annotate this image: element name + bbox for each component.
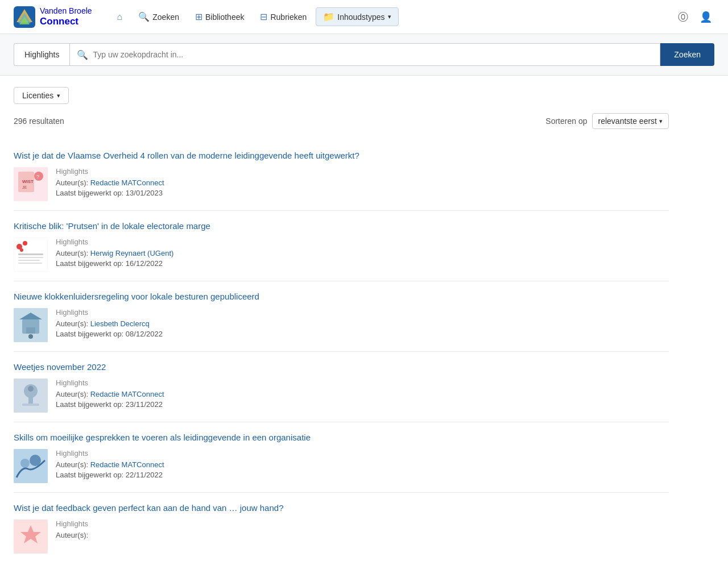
result-meta-3: Highlights Auteur(s): Redactie MATConnec…	[56, 379, 164, 409]
svg-text:?: ?	[36, 174, 39, 180]
result-author-line-2: Auteur(s): Liesbeth Declercq	[56, 319, 163, 328]
nav-rubrics[interactable]: ⊟ Rubrieken	[253, 8, 313, 26]
svg-rect-17	[18, 263, 42, 264]
results-count: 296 resultaten	[14, 117, 64, 126]
search-input[interactable]	[93, 50, 653, 59]
filter-bar: Licenties ▾	[14, 87, 669, 104]
profile-icon: 👤	[700, 11, 712, 23]
brand-name: Connect	[40, 16, 92, 27]
logo-link[interactable]: Vanden Broele Connect	[14, 6, 92, 28]
sort-select[interactable]: relevantste eerst ▾	[592, 113, 669, 129]
results-list: Wist je dat de Vlaamse Overheid 4 rollen…	[14, 140, 669, 563]
svg-text:WIST: WIST	[22, 179, 34, 184]
result-date-line-0: Laatst bijgewerkt op: 13/01/2023	[56, 189, 164, 197]
result-type-2: Highlights	[56, 308, 163, 317]
results-bar: 296 resultaten Sorteren op relevantste e…	[14, 113, 669, 129]
result-date-line-1: Laatst bijgewerkt op: 16/12/2022	[56, 259, 173, 268]
result-title-2[interactable]: Nieuwe klokkenluidersregeling voor lokal…	[14, 290, 669, 302]
result-item: Kritische blik: 'Prutsen' in de lokale e…	[14, 211, 669, 281]
result-body-1: Highlights Auteur(s): Herwig Reynaert (U…	[14, 238, 669, 272]
svg-rect-15	[18, 257, 43, 258]
nav-library[interactable]: ⊞ Bibliotheek	[188, 8, 251, 26]
result-body-2: Highlights Auteur(s): Liesbeth Declercq …	[14, 308, 669, 342]
svg-rect-27	[22, 404, 39, 406]
filter-chevron-icon: ▾	[57, 92, 60, 99]
svg-rect-21	[26, 327, 35, 334]
result-thumb-4	[14, 449, 48, 483]
help-icon: ⓪	[678, 11, 688, 23]
svg-rect-16	[18, 260, 40, 261]
rubrics-icon: ⊟	[260, 11, 267, 22]
licences-filter[interactable]: Licenties ▾	[14, 87, 69, 104]
sort-label: Sorteren op	[545, 117, 587, 126]
nav-home[interactable]: ⌂	[110, 9, 130, 26]
result-meta-2: Highlights Auteur(s): Liesbeth Declercq …	[56, 308, 163, 338]
result-title-3[interactable]: Weetjes november 2022	[14, 361, 669, 373]
svg-point-13	[20, 248, 23, 252]
chevron-down-icon: ▾	[388, 13, 391, 20]
highlights-tab[interactable]: Highlights	[14, 43, 69, 66]
result-item: Skills om moeilijke gesprekken te voeren…	[14, 422, 669, 493]
result-author-line-5: Auteur(s):	[56, 531, 88, 539]
svg-point-12	[23, 241, 27, 246]
result-body-5: Highlights Auteur(s):	[14, 519, 669, 554]
result-item: Wist je dat feedback geven perfect kan a…	[14, 493, 669, 563]
result-item: Weetjes november 2022 Highlights Auteur(…	[14, 352, 669, 422]
result-meta-0: Highlights Auteur(s): Redactie MATConnec…	[56, 167, 164, 197]
result-title-1[interactable]: Kritische blik: 'Prutsen' in de lokale e…	[14, 220, 669, 232]
sort-area: Sorteren op relevantste eerst ▾	[545, 113, 669, 129]
nav-rubrics-label: Rubrieken	[270, 13, 307, 22]
sort-chevron-icon: ▾	[659, 118, 663, 125]
result-date-line-4: Laatst bijgewerkt op: 22/11/2022	[56, 471, 164, 479]
result-title-4[interactable]: Skills om moeilijke gesprekken te voeren…	[14, 431, 669, 443]
result-date-line-2: Laatst bijgewerkt op: 08/12/2022	[56, 330, 163, 338]
svg-point-22	[28, 334, 33, 339]
result-item: Wist je dat de Vlaamse Overheid 4 rollen…	[14, 140, 669, 211]
nav-content-types-label: Inhoudstypes	[337, 13, 384, 22]
result-thumb-3	[14, 379, 48, 413]
nav-search[interactable]: 🔍 Zoeken	[131, 8, 186, 26]
nav-search-label: Zoeken	[152, 13, 179, 22]
result-thumb-1	[14, 238, 48, 272]
result-meta-1: Highlights Auteur(s): Herwig Reynaert (U…	[56, 238, 173, 268]
result-date-line-3: Laatst bijgewerkt op: 23/11/2022	[56, 400, 164, 409]
result-author-line-3: Auteur(s): Redactie MATConnect	[56, 390, 164, 398]
profile-button[interactable]: 👤	[697, 9, 714, 26]
main-content: Licenties ▾ 296 resultaten Sorteren op r…	[0, 76, 682, 574]
search-icon: 🔍	[77, 49, 88, 60]
nav-content-types[interactable]: 📁 Inhoudstypes ▾	[316, 7, 398, 26]
result-type-1: Highlights	[56, 238, 173, 246]
help-button[interactable]: ⓪	[676, 8, 690, 26]
sort-option: relevantste eerst	[598, 117, 657, 126]
org-name: Vanden Broele	[40, 6, 92, 16]
result-thumb-0: WISTJE?	[14, 167, 48, 201]
search-bar-area: Highlights 🔍 Zoeken	[0, 34, 728, 76]
nav-library-label: Bibliotheek	[205, 13, 245, 22]
library-icon: ⊞	[195, 11, 202, 22]
result-meta-4: Highlights Auteur(s): Redactie MATConnec…	[56, 449, 164, 479]
svg-point-30	[30, 455, 41, 466]
result-thumb-2	[14, 308, 48, 342]
svg-point-26	[28, 386, 34, 392]
result-type-0: Highlights	[56, 167, 164, 176]
result-thumb-5	[14, 519, 48, 554]
svg-text:JE: JE	[22, 185, 27, 189]
logo-text: Vanden Broele Connect	[40, 6, 92, 27]
result-title-5[interactable]: Wist je dat feedback geven perfect kan a…	[14, 502, 669, 514]
result-title-0[interactable]: Wist je dat de Vlaamse Overheid 4 rollen…	[14, 149, 669, 161]
result-meta-5: Highlights Auteur(s):	[56, 519, 88, 539]
result-body-4: Highlights Auteur(s): Redactie MATConnec…	[14, 449, 669, 483]
result-author-line-1: Auteur(s): Herwig Reynaert (UGent)	[56, 249, 173, 257]
result-type-3: Highlights	[56, 379, 164, 387]
licences-label: Licenties	[22, 91, 53, 100]
search-nav-icon: 🔍	[138, 11, 150, 22]
svg-rect-28	[14, 449, 48, 483]
result-type-5: Highlights	[56, 519, 88, 528]
result-body-3: Highlights Auteur(s): Redactie MATConnec…	[14, 379, 669, 413]
search-input-wrapper: 🔍	[69, 43, 660, 66]
navbar: Vanden Broele Connect ⌂ 🔍 Zoeken ⊞ Bibli…	[0, 0, 728, 34]
home-icon: ⌂	[117, 12, 123, 22]
search-button[interactable]: Zoeken	[660, 43, 714, 66]
folder-icon: 📁	[323, 11, 334, 22]
nav-right: ⓪ 👤	[676, 8, 714, 26]
